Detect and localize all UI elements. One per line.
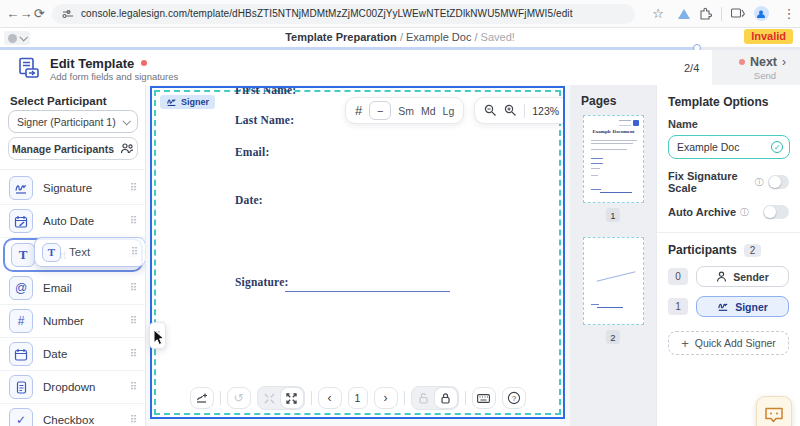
field-item-number[interactable]: # Number ⠿: [0, 305, 146, 338]
size-sm-button[interactable]: Sm: [398, 105, 414, 117]
field-item-email[interactable]: @ Email ⠿: [0, 272, 146, 305]
page-thumbnail-2[interactable]: [583, 237, 644, 325]
document-page[interactable]: First Name: Last Name: Email: Date: Sign…: [150, 86, 565, 419]
placed-signer-field[interactable]: Signer: [160, 95, 215, 109]
browser-reload-icon[interactable]: ⟳: [33, 6, 46, 21]
thumb-text-line: [591, 143, 633, 144]
help-button[interactable]: ?: [502, 387, 526, 409]
field-item-checkbox[interactable]: ✓ Checkbox ⠿: [0, 404, 146, 426]
info-icon[interactable]: ⓘ: [740, 206, 749, 219]
field-label: Auto Date: [43, 215, 120, 227]
sender-label: Sender: [733, 271, 769, 283]
plus-icon: +: [681, 336, 689, 351]
drag-handle-icon[interactable]: ⠿: [130, 316, 137, 326]
size-lg-button[interactable]: Lg: [443, 105, 455, 117]
toggle-knob: [764, 206, 776, 218]
manage-participants-button[interactable]: Manage Participants: [8, 137, 138, 160]
signer-badge-label: Signer: [181, 97, 209, 107]
breadcrumb-doc: Example Doc: [406, 31, 471, 43]
drag-handle-icon[interactable]: ⠿: [130, 349, 137, 359]
divider: [524, 104, 525, 118]
unlock-icon[interactable]: [413, 388, 435, 408]
collapse-view-icon[interactable]: [259, 388, 281, 408]
divider: [465, 391, 466, 405]
drop-zone-border: [154, 90, 561, 415]
signer-pill[interactable]: Signer: [696, 296, 789, 317]
thumb-signature-line: [600, 192, 632, 193]
undo-button[interactable]: ↺: [227, 387, 251, 409]
chat-widget-button[interactable]: [756, 396, 792, 426]
drag-handle-icon[interactable]: ⠿: [130, 382, 137, 392]
participants-count-badge: 2: [744, 244, 762, 257]
number-icon: #: [9, 309, 33, 333]
next-label: Next: [750, 55, 777, 69]
browser-forward-icon[interactable]: →: [19, 6, 32, 21]
fields-sidebar: Select Participant Signer (Participant 1…: [0, 85, 146, 426]
profile-avatar[interactable]: [754, 6, 769, 21]
breadcrumb-section: Template Preparation: [285, 31, 397, 43]
browser-back-icon[interactable]: ←: [6, 6, 19, 21]
thumb-sig-label: [591, 189, 601, 190]
page-thumbnail-1[interactable]: Example Document: [583, 115, 644, 203]
lock-icon[interactable]: [435, 388, 457, 408]
participant-row-signer: 1 Signer: [668, 296, 789, 317]
participant-row-sender: 0 Sender: [668, 266, 789, 287]
valid-check-icon: ✓: [771, 141, 783, 153]
expand-view-icon[interactable]: [281, 388, 303, 408]
add-signature-stamp-button[interactable]: [190, 387, 214, 409]
current-page-number[interactable]: 1: [348, 387, 368, 409]
doc-field-label: Signature:: [235, 276, 289, 288]
signer-label: Signer: [735, 301, 768, 313]
extensions-puzzle-icon[interactable]: [699, 7, 712, 20]
signature-icon: [9, 176, 33, 200]
browser-menu-icon[interactable]: ⋮: [778, 6, 800, 21]
divider: [657, 232, 800, 233]
field-item-date[interactable]: Date ⠿: [0, 338, 146, 371]
text-icon: T: [42, 243, 61, 262]
field-item-signature[interactable]: Signature ⠿: [0, 172, 146, 205]
auto-archive-toggle[interactable]: [763, 205, 789, 219]
divider: [721, 7, 722, 21]
fit-toggle-group: [257, 386, 305, 410]
site-info-icon[interactable]: [62, 8, 74, 20]
chevron-right-icon: ›: [782, 55, 786, 69]
document-canvas-area: First Name: Last Name: Email: Date: Sign…: [146, 85, 570, 426]
field-item-auto-date[interactable]: Auto Date ⠿: [0, 205, 146, 238]
next-send-button[interactable]: Next › Send: [712, 50, 800, 85]
next-page-button[interactable]: ›: [374, 387, 398, 409]
auto-archive-row: Auto Archive ⓘ: [668, 205, 789, 219]
wizard-header: Edit Template Add form fields and signat…: [0, 50, 800, 85]
zoom-out-icon[interactable]: [484, 104, 497, 117]
field-label: Dropdown: [43, 381, 120, 393]
people-icon: [120, 143, 134, 154]
drag-handle-icon[interactable]: ⠿: [130, 216, 137, 226]
extension-triangle-icon[interactable]: [678, 9, 690, 19]
select-participant-label: Select Participant: [10, 95, 107, 107]
drag-handle-icon[interactable]: ⠿: [130, 183, 137, 193]
doc-field-label: Last Name:: [235, 114, 294, 126]
keyboard-shortcuts-button[interactable]: [472, 387, 496, 409]
checkbox-icon: ✓: [9, 408, 33, 426]
save-status: Saved!: [481, 31, 515, 43]
sender-pill[interactable]: Sender: [696, 266, 789, 287]
size-md-button[interactable]: Md: [421, 105, 436, 117]
name-label: Name: [668, 118, 789, 130]
signature-icon: [717, 301, 729, 312]
drag-handle-icon[interactable]: ⠿: [130, 283, 137, 293]
zoom-in-icon[interactable]: [504, 104, 517, 117]
field-item-dropdown[interactable]: Dropdown ⠿: [0, 371, 146, 404]
info-icon[interactable]: ⓘ: [755, 176, 764, 189]
field-label: Date: [43, 348, 120, 360]
participant-dropdown[interactable]: Signer (Participant 1): [8, 110, 138, 133]
bookmark-star-icon[interactable]: ☆: [647, 6, 669, 21]
quick-add-signer-button[interactable]: + Quick Add Signer: [668, 331, 789, 355]
email-icon: @: [9, 276, 33, 300]
drag-handle-icon[interactable]: ⠿: [130, 415, 137, 425]
grid-decrease-button[interactable]: −: [369, 101, 391, 120]
address-bar[interactable]: console.legalesign.com/template/dHBsZTI5…: [52, 4, 635, 24]
grid-icon[interactable]: #: [355, 103, 362, 118]
media-controls-icon[interactable]: [731, 8, 745, 19]
fix-signature-scale-toggle[interactable]: [768, 175, 789, 189]
participant-index-badge: 1: [668, 298, 688, 315]
previous-page-button[interactable]: ‹: [318, 387, 342, 409]
